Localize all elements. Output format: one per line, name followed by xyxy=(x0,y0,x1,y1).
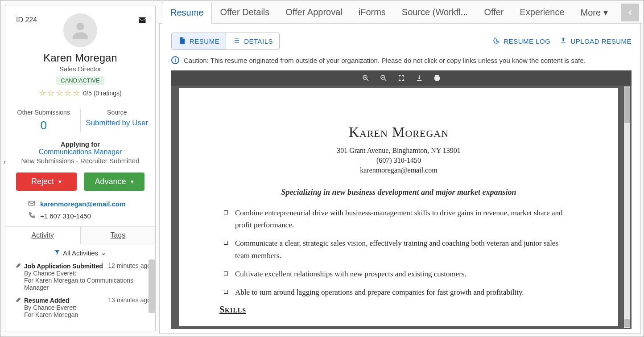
resume-phone: (607) 310-1450 xyxy=(219,156,578,164)
chevron-down-icon: ⌄ xyxy=(101,249,107,257)
tab-more[interactable]: More ▾ xyxy=(573,2,616,23)
svg-point-0 xyxy=(76,23,84,30)
viewer-scrollbar[interactable] xyxy=(624,86,630,328)
zoom-in-icon[interactable] xyxy=(362,74,370,82)
viewer-toolbar xyxy=(171,70,632,86)
print-icon[interactable] xyxy=(433,74,441,82)
rating-text: 0/5 (0 ratings) xyxy=(83,90,121,97)
scrollbar[interactable] xyxy=(149,259,155,313)
resume-bullet: Cultivate excellent relationships with n… xyxy=(235,268,466,280)
sidebar-expand-handle[interactable]: › xyxy=(1,157,8,167)
rating-stars[interactable]: ☆ ☆ ☆ ☆ ☆ 0/5 (0 ratings) xyxy=(12,88,149,98)
document-viewer: Karen Moregan 301 Grant Avenue, Binghamt… xyxy=(171,70,632,329)
activity-detail: For Karen Moregan xyxy=(24,311,151,318)
phone-icon xyxy=(28,211,36,221)
candidate-sidebar: › ID 224 Karen Moregan Sales Director CA… xyxy=(5,5,156,332)
tab-experience[interactable]: Experience xyxy=(512,2,573,23)
resume-name: Karen Moregan xyxy=(219,124,578,140)
applying-link[interactable]: Communications Manager xyxy=(10,148,151,156)
resume-log-button[interactable]: RESUME LOG xyxy=(492,37,550,46)
subtab-resume-label: RESUME xyxy=(190,37,219,45)
fullscreen-icon[interactable] xyxy=(397,74,405,82)
submission-source-row: Other Submissions 0 Source Submitted by … xyxy=(5,106,155,137)
list-icon xyxy=(232,37,240,46)
info-icon: i xyxy=(171,56,179,64)
subtab-details[interactable]: DETAILS xyxy=(226,33,279,49)
viewer-body: Karen Moregan 301 Grant Avenue, Binghamt… xyxy=(171,86,632,329)
main-panel: Resume Offer Details Offer Approval iFor… xyxy=(159,1,642,335)
profile-section: ID 224 Karen Moregan Sales Director CAND… xyxy=(5,5,155,106)
source-label: Source xyxy=(81,109,154,116)
advance-label: Advance xyxy=(95,177,126,186)
tab-tags[interactable]: Tags xyxy=(81,227,156,244)
download-icon[interactable] xyxy=(415,74,423,82)
tab-offer[interactable]: Offer xyxy=(476,2,512,23)
activity-timestamp: 13 minutes ago xyxy=(108,296,151,304)
bullet-icon xyxy=(224,271,228,275)
upload-icon xyxy=(559,37,567,46)
activity-title: Job Application Submitted xyxy=(24,263,103,270)
tab-offer-details[interactable]: Offer Details xyxy=(212,2,277,23)
candidate-phone: +1 607 310-1450 xyxy=(40,212,91,220)
chevron-down-icon: ▾ xyxy=(131,178,134,185)
activity-detail: For Karen Moregan to Communications Mana… xyxy=(24,277,151,291)
tab-resume[interactable]: Resume xyxy=(162,2,212,24)
candidate-email[interactable]: karenmoregan@email.com xyxy=(40,200,125,208)
upload-resume-label: UPLOAD RESUME xyxy=(570,37,632,45)
applying-section: Applying for Communications Manager New … xyxy=(5,137,155,168)
attachment-icon xyxy=(15,262,21,270)
collapse-panel-button[interactable] xyxy=(621,4,639,21)
tab-source-workflow[interactable]: Source (Workfl... xyxy=(394,2,476,23)
main-body: RESUME DETAILS RESUME LOG xyxy=(159,24,641,334)
star-icon: ☆ xyxy=(56,88,63,98)
sidebar-tabs: Activity Tags xyxy=(5,226,155,244)
star-icon: ☆ xyxy=(39,88,46,98)
bullet-icon xyxy=(224,241,228,245)
source-value[interactable]: Submitted by User xyxy=(81,119,154,127)
chevron-down-icon: ▾ xyxy=(58,178,62,185)
avatar xyxy=(63,13,97,47)
tab-activity[interactable]: Activity xyxy=(5,227,81,244)
candidate-title: Sales Director xyxy=(12,65,149,73)
candidate-name: Karen Moregan xyxy=(12,52,149,64)
caution-text: Caution: This resume originated from out… xyxy=(184,57,586,64)
contact-section: karenmoregan@email.com +1 607 310-1450 xyxy=(5,195,155,226)
upload-resume-button[interactable]: UPLOAD RESUME xyxy=(559,37,632,46)
attachment-icon xyxy=(15,296,21,304)
subtab-details-label: DETAILS xyxy=(244,37,273,45)
tab-offer-approval[interactable]: Offer Approval xyxy=(277,2,350,23)
document-icon xyxy=(178,37,186,46)
tab-iforms[interactable]: iForms xyxy=(351,2,394,23)
activities-filter[interactable]: All Activities ⌄ xyxy=(5,244,155,259)
bullet-icon xyxy=(224,210,228,214)
resume-email: karenmoregan@email.com xyxy=(219,166,578,174)
activity-title: Resume Added xyxy=(24,297,69,304)
scroll-thumb[interactable] xyxy=(624,319,630,327)
zoom-out-icon[interactable] xyxy=(380,74,388,82)
advance-button[interactable]: Advance ▾ xyxy=(84,173,144,191)
subtab-resume[interactable]: RESUME xyxy=(172,33,226,49)
scroll-thumb[interactable] xyxy=(624,87,630,123)
resume-address: 301 Grant Avenue, Binghamton, NY 13901 xyxy=(219,147,578,155)
activity-by: By Chance Everett xyxy=(24,270,151,277)
mail-icon[interactable] xyxy=(138,16,146,26)
reject-button[interactable]: Reject ▾ xyxy=(16,173,77,191)
resume-bullet: Communicate a clear, strategic sales vis… xyxy=(235,237,574,261)
activity-list: Job Application Submitted 12 minutes ago… xyxy=(5,259,155,332)
applying-note: New Submissions - Recruiter Submitted xyxy=(10,157,151,164)
activity-timestamp: 12 minutes ago xyxy=(108,262,151,269)
activity-item: Job Application Submitted 12 minutes ago… xyxy=(13,259,153,294)
resume-bullets: Combine entrepreneurial drive with busin… xyxy=(219,207,578,298)
activities-filter-label: All Activities xyxy=(63,249,98,257)
resume-log-label: RESUME LOG xyxy=(504,37,550,45)
caret-down-icon: ▾ xyxy=(601,8,608,17)
email-icon xyxy=(28,199,36,209)
bullet-icon xyxy=(224,290,228,294)
star-icon: ☆ xyxy=(47,88,54,98)
other-submissions-value[interactable]: 0 xyxy=(7,119,80,132)
filter-icon xyxy=(54,249,60,257)
resume-tagline: Specializing in new business development… xyxy=(219,188,578,197)
activity-by: By Chance Everett xyxy=(24,304,151,311)
main-tabbar: Resume Offer Details Offer Approval iFor… xyxy=(159,1,642,24)
other-submissions-label: Other Submissions xyxy=(7,109,80,116)
